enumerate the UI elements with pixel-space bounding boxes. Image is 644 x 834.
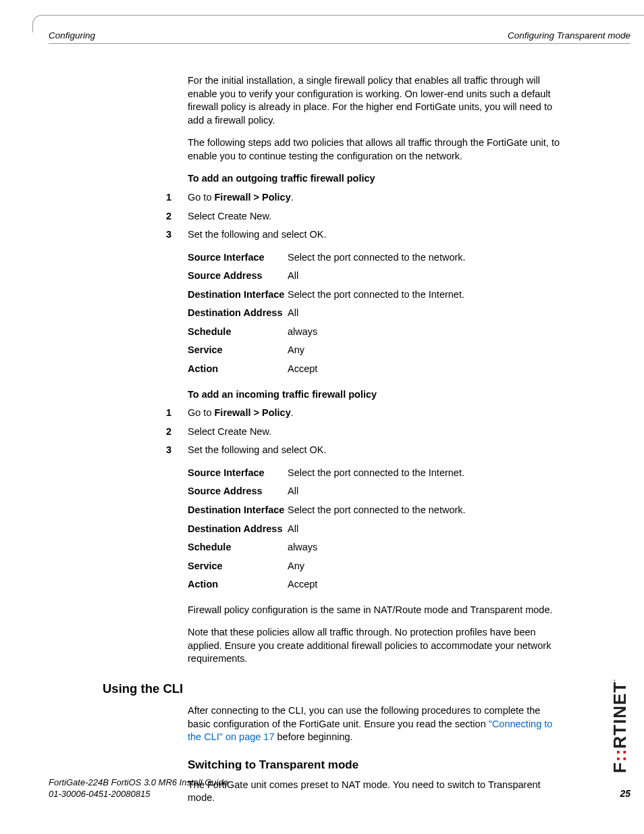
step-number: 3 — [159, 228, 188, 242]
row-value: All — [288, 485, 562, 498]
table-row: Destination AddressAll — [188, 307, 562, 320]
row-label: Service — [188, 560, 288, 573]
row-value: Select the port connected to the Interne… — [288, 288, 562, 302]
row-value: always — [288, 541, 562, 554]
step-text: Set the following and select OK. — [188, 228, 562, 242]
row-value: Accept — [288, 363, 562, 376]
row-value: All — [288, 269, 562, 283]
row-value: Select the port connected to the Interne… — [288, 467, 562, 480]
row-label: Action — [188, 578, 288, 592]
page-footer: FortiGate-224B FortiOS 3.0 MR6 Install G… — [49, 777, 630, 800]
footer-title: FortiGate-224B FortiOS 3.0 MR6 Install G… — [49, 777, 630, 789]
row-label: Destination Address — [188, 307, 288, 320]
list-item: 2 Select Create New. — [159, 210, 562, 224]
step-text: Go to Firewall > Policy. — [188, 407, 562, 420]
list-item: 3 Set the following and select OK. — [159, 444, 562, 457]
table-row: Destination AddressAll — [188, 523, 562, 536]
list-item: 2 Select Create New. — [159, 425, 562, 439]
footer-left: FortiGate-224B FortiOS 3.0 MR6 Install G… — [49, 777, 630, 800]
table-row: ServiceAny — [188, 344, 562, 357]
list-item: 3 Set the following and select OK. — [159, 228, 562, 242]
outgoing-table: Source InterfaceSelect the port connecte… — [188, 251, 562, 376]
row-value: All — [288, 523, 562, 536]
intro-paragraph-2: The following steps add two policies tha… — [188, 136, 562, 163]
list-item: 1 Go to Firewall > Policy. — [159, 407, 562, 420]
incoming-table: Source InterfaceSelect the port connecte… — [188, 467, 562, 592]
row-value: Any — [288, 560, 562, 573]
step-number: 3 — [159, 444, 188, 457]
page-header: Configuring Configuring Transparent mode — [49, 30, 630, 44]
outgoing-heading: To add an outgoing traffic firewall poli… — [188, 172, 562, 186]
incoming-steps: 1 Go to Firewall > Policy. 2 Select Crea… — [159, 407, 562, 457]
row-value: Select the port connected to the network… — [288, 251, 562, 265]
list-item: 1 Go to Firewall > Policy. — [159, 191, 562, 205]
after-paragraph-1: Firewall policy configuration is the sam… — [188, 604, 562, 617]
table-row: Schedulealways — [188, 541, 562, 554]
step-text: Set the following and select OK. — [188, 444, 562, 457]
row-label: Source Interface — [188, 251, 288, 265]
row-label: Service — [188, 344, 288, 357]
page-number: 25 — [620, 787, 630, 800]
step-number: 2 — [159, 210, 188, 224]
row-label: Schedule — [188, 541, 288, 554]
table-row: Source InterfaceSelect the port connecte… — [188, 251, 562, 265]
row-label: Action — [188, 363, 288, 376]
header-left: Configuring — [49, 30, 95, 42]
after-paragraph-2: Note that these policies allow all traff… — [188, 626, 562, 666]
header-right: Configuring Transparent mode — [508, 30, 630, 42]
row-label: Source Address — [188, 269, 288, 283]
table-row: Schedulealways — [188, 325, 562, 339]
row-label: Destination Interface — [188, 288, 288, 302]
intro-paragraph-1: For the initial installation, a single f… — [188, 74, 562, 127]
table-row: Source AddressAll — [188, 485, 562, 498]
table-row: ActionAccept — [188, 363, 562, 376]
row-label: Schedule — [188, 325, 288, 339]
step-number: 2 — [159, 425, 188, 439]
step-text: Go to Firewall > Policy. — [188, 191, 562, 205]
step-text: Select Create New. — [188, 425, 562, 439]
cli-heading: Using the CLI — [103, 681, 562, 698]
table-row: ServiceAny — [188, 560, 562, 573]
row-value: Any — [288, 344, 562, 357]
row-label: Source Interface — [188, 467, 288, 480]
row-value: Accept — [288, 578, 562, 592]
table-row: ActionAccept — [188, 578, 562, 592]
outgoing-steps: 1 Go to Firewall > Policy. 2 Select Crea… — [159, 191, 562, 242]
switch-heading: Switching to Transparent mode — [188, 758, 562, 773]
main-content: For the initial installation, a single f… — [188, 74, 562, 814]
row-value: always — [288, 325, 562, 339]
incoming-heading: To add an incoming traffic firewall poli… — [188, 388, 562, 402]
footer-docid: 01-30006-0451-20080815 — [49, 788, 630, 800]
table-row: Destination InterfaceSelect the port con… — [188, 288, 562, 302]
fortinet-logo: F::RTINET. — [608, 679, 632, 773]
row-label: Source Address — [188, 485, 288, 498]
table-row: Source InterfaceSelect the port connecte… — [188, 467, 562, 480]
row-label: Destination Address — [188, 523, 288, 536]
row-value: Select the port connected to the network… — [288, 504, 562, 517]
step-number: 1 — [159, 191, 188, 205]
table-row: Destination InterfaceSelect the port con… — [188, 504, 562, 517]
row-value: All — [288, 307, 562, 320]
step-text: Select Create New. — [188, 210, 562, 224]
table-row: Source AddressAll — [188, 269, 562, 283]
row-label: Destination Interface — [188, 504, 288, 517]
cli-paragraph: After connecting to the CLI, you can use… — [188, 704, 562, 744]
step-number: 1 — [159, 407, 188, 420]
